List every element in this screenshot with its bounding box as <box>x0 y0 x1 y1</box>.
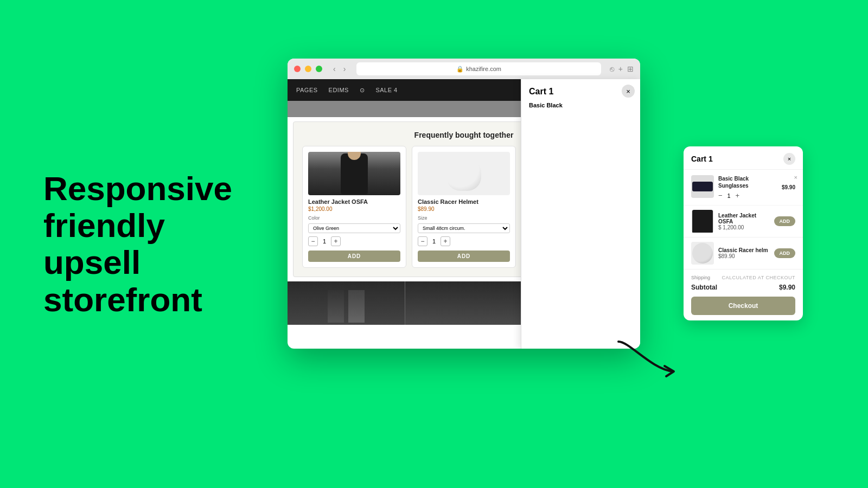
jacket-illustration <box>308 152 400 195</box>
fbt-helmet-name: Classic Racer Helmet <box>418 198 510 205</box>
browser-maximize-dot[interactable] <box>316 66 322 72</box>
fbt-helmet-add-button[interactable]: ADD <box>418 251 510 262</box>
mobile-cart-shipping-row: Shipping CALCULATED AT CHECKOUT <box>691 275 795 280</box>
upsell-jacket-name: Leather Jacket OSFA <box>718 213 770 224</box>
upsell-jacket-info: Leather Jacket OSFA $ 1,200.00 <box>718 213 770 230</box>
helm-small-icon <box>692 243 713 264</box>
cart-sunglasses-qty-value: 1 <box>725 192 733 199</box>
cart-panel-desktop: Cart 1 × Basic Black <box>521 79 640 349</box>
hero-section: Responsive friendly upsell storefront <box>43 170 271 318</box>
upsell-jacket: Leather Jacket OSFA $ 1,200.00 ADD <box>684 206 803 237</box>
upsell-helm-image <box>691 242 714 265</box>
mobile-cart-header: Cart 1 × <box>684 146 803 170</box>
cart-desktop-title: Cart 1 <box>529 87 633 97</box>
mobile-cart-panel: Cart 1 × Basic Black Sunglasses − 1 + $9… <box>684 146 803 320</box>
browser-back-button[interactable]: ‹ <box>331 65 338 73</box>
mobile-cart-shipping-value: CALCULATED AT CHECKOUT <box>722 275 795 280</box>
mobile-cart-checkout-button[interactable]: Checkout <box>691 297 795 315</box>
fbt-jacket-qty: 1 <box>321 238 328 245</box>
upsell-jacket-image <box>691 210 714 233</box>
helmet-illustration <box>446 156 481 191</box>
mobile-cart-subtotal-row: Subtotal $9.90 <box>691 284 795 291</box>
cart-item-sunglasses-qty: − 1 + <box>718 191 777 200</box>
cart-item-sunglasses-info: Basic Black Sunglasses − 1 + <box>718 175 777 200</box>
arrow-decoration <box>608 336 684 380</box>
browser-addressbar[interactable]: 🔒 khazifire.com <box>356 62 601 75</box>
upsell-helm-name: Classic Racer helm <box>718 247 770 253</box>
nav-item-edims[interactable]: EDIMS <box>329 87 349 93</box>
browser-close-dot[interactable] <box>294 66 301 72</box>
hero-title: Responsive friendly upsell storefront <box>43 170 271 318</box>
mobile-cart-title: Cart 1 <box>691 155 713 163</box>
cart-item-sunglasses-name: Basic Black Sunglasses <box>718 175 777 189</box>
fbt-product-jacket: Leather Jacket OSFA $1,200.00 Color Oliv… <box>302 146 406 268</box>
fbt-jacket-qty-increase[interactable]: + <box>331 236 341 246</box>
thumb-jacket2[interactable] <box>405 281 523 325</box>
fbt-helmet-qty-decrease[interactable]: − <box>418 236 427 246</box>
fbt-helmet-qty-increase[interactable]: + <box>441 236 450 246</box>
nav-item-dot: ⊙ <box>360 87 365 94</box>
fbt-jacket-name: Leather Jacket OSFA <box>308 198 400 205</box>
mobile-cart-subtotal-value: $9.90 <box>779 284 795 291</box>
tabs-icon[interactable]: ⊞ <box>627 65 634 73</box>
cart-sunglasses-decrease[interactable]: − <box>718 191 723 200</box>
jacket-small-icon <box>692 210 713 233</box>
fbt-helmet-qty-row: − 1 + <box>418 236 510 246</box>
hero-line4: storefront <box>43 280 202 318</box>
fbt-jacket-qty-decrease[interactable]: − <box>308 236 318 246</box>
fbt-jacket-add-button[interactable]: ADD <box>308 251 400 262</box>
browser-url: khazifire.com <box>466 66 501 72</box>
add-tab-icon[interactable]: + <box>618 65 623 73</box>
upsell-helm-price: $89.90 <box>718 253 770 259</box>
fbt-helmet-qty: 1 <box>431 238 437 245</box>
fbt-product-helmet-image <box>418 152 510 195</box>
fbt-helmet-price: $89.90 <box>418 206 510 212</box>
cart-sunglasses-delete-button[interactable]: × <box>794 174 797 181</box>
fbt-jacket-option-label: Color <box>308 215 400 221</box>
browser-titlebar-right: ⎋ + ⊞ <box>610 65 634 73</box>
hero-line2: friendly <box>43 207 165 244</box>
browser-window: ‹ › 🔒 khazifire.com ⎋ + ⊞ PAGES EDIMS ⊙ … <box>288 59 640 349</box>
cart-item-sunglasses-total: $9.90 <box>782 184 795 190</box>
sunglasses-icon <box>692 182 713 191</box>
jacket-figure <box>341 153 368 194</box>
cart-item-sunglasses-image <box>691 175 714 198</box>
fbt-jacket-color-select[interactable]: Olive Green Black Brown <box>308 223 400 233</box>
browser-minimize-dot[interactable] <box>305 66 311 72</box>
mobile-cart-close-button[interactable]: × <box>783 153 795 165</box>
cart-desktop-close-button[interactable]: × <box>622 85 635 98</box>
cart-desktop-variant: Basic Black <box>529 102 633 108</box>
fbt-jacket-price: $1,200.00 <box>308 206 400 212</box>
cart-item-sunglasses: Basic Black Sunglasses − 1 + $9.90 × <box>684 170 803 206</box>
fbt-helmet-option-label: Size <box>418 215 510 221</box>
fbt-helmet-size-select[interactable]: Small 48cm circum. Medium 54cm Large 58c… <box>418 223 510 233</box>
upsell-helm-info: Classic Racer helm $89.90 <box>718 247 770 259</box>
cart-desktop-variant-name: Basic Black <box>529 102 633 108</box>
hero-line3: upsell <box>43 243 141 281</box>
upsell-jacket-add-button[interactable]: ADD <box>774 216 796 226</box>
mobile-cart-shipping-label: Shipping <box>691 275 710 280</box>
upsell-racer-helm: Classic Racer helm $89.90 ADD <box>684 237 803 269</box>
fbt-jacket-qty-row: − 1 + <box>308 236 400 246</box>
lock-icon: 🔒 <box>456 66 464 73</box>
fbt-product-jacket-image <box>308 152 400 195</box>
upsell-helm-add-button[interactable]: ADD <box>774 248 796 258</box>
cart-sunglasses-increase[interactable]: + <box>736 191 740 200</box>
browser-titlebar: ‹ › 🔒 khazifire.com ⎋ + ⊞ <box>288 59 640 79</box>
share-icon[interactable]: ⎋ <box>610 65 614 73</box>
mobile-cart-subtotal-label: Subtotal <box>691 284 717 291</box>
browser-forward-button[interactable]: › <box>341 65 348 73</box>
browser-nav-controls: ‹ › <box>331 65 348 73</box>
fbt-product-helmet: Classic Racer Helmet $89.90 Size Small 4… <box>412 146 516 268</box>
nav-item-pages[interactable]: PAGES <box>296 87 318 93</box>
nav-item-sale4[interactable]: SALE 4 <box>375 87 397 93</box>
thumb-pants[interactable] <box>288 281 405 325</box>
hero-line1: Responsive <box>43 170 232 207</box>
mobile-cart-footer: Shipping CALCULATED AT CHECKOUT Subtotal… <box>684 269 803 320</box>
upsell-jacket-price: $ 1,200.00 <box>718 224 770 230</box>
